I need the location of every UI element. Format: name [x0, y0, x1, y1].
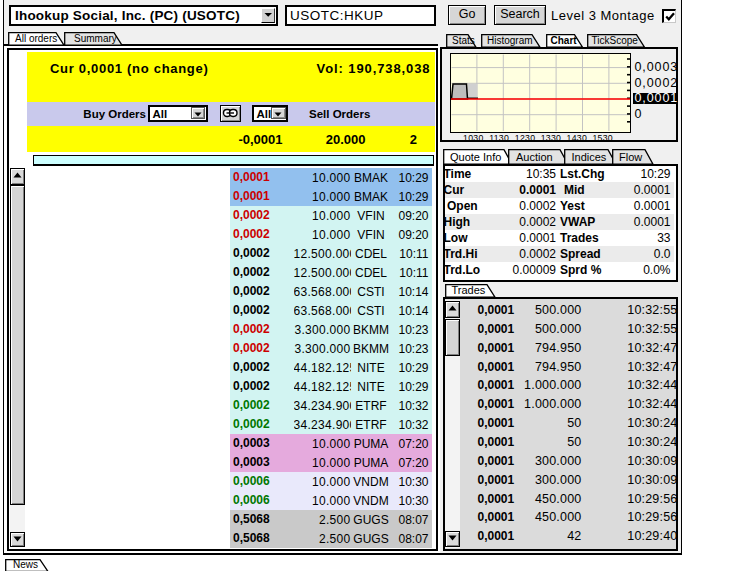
svg-text:Histogram: Histogram — [487, 35, 533, 46]
svg-text:Auction: Auction — [516, 151, 553, 163]
svg-text:All orders: All orders — [15, 33, 57, 44]
svg-text:Flow: Flow — [619, 151, 642, 163]
svg-text:Chart: Chart — [551, 35, 578, 46]
svg-text:Trades: Trades — [452, 284, 486, 296]
svg-text:Quote Info: Quote Info — [450, 151, 501, 163]
svg-text:News: News — [13, 559, 38, 570]
svg-text:Summary: Summary — [74, 33, 117, 44]
svg-text:TickScope: TickScope — [591, 35, 638, 46]
svg-text:Indices: Indices — [572, 151, 607, 163]
svg-text:Stats: Stats — [452, 35, 475, 46]
